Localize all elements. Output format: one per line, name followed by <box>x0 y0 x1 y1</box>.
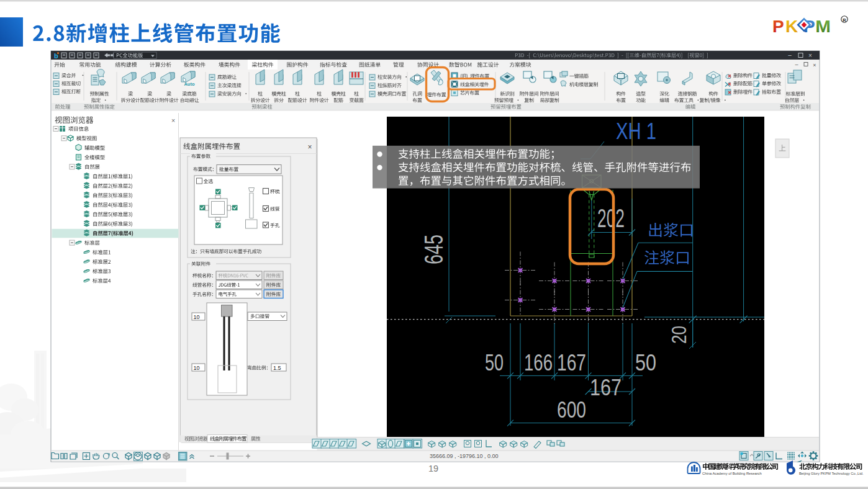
svg-text:China Academy of Building Rese: China Academy of Building Research <box>702 472 762 475</box>
svg-text:M: M <box>815 17 831 36</box>
svg-text:19: 19 <box>428 464 438 473</box>
svg-text:P: P <box>772 17 784 36</box>
svg-text:1.5: 1.5 <box>273 365 281 371</box>
svg-text:50: 50 <box>485 350 504 375</box>
svg-text:×: × <box>307 143 312 151</box>
svg-text:20: 20 <box>667 326 690 344</box>
svg-text:167: 167 <box>590 375 622 400</box>
svg-text:–: – <box>788 52 792 58</box>
svg-text:Beijing Glory PKPM Technology: Beijing Glory PKPM Technology Co.,Ltd. <box>799 472 864 475</box>
svg-text:×: × <box>813 62 816 68</box>
svg-text:XH 1: XH 1 <box>616 119 656 144</box>
svg-text:166: 166 <box>524 350 553 375</box>
svg-text:202: 202 <box>597 204 625 233</box>
svg-text:10: 10 <box>194 314 200 320</box>
svg-text:167: 167 <box>557 350 586 375</box>
svg-text:50: 50 <box>635 350 656 375</box>
svg-text:10: 10 <box>194 365 200 371</box>
svg-text:645: 645 <box>419 235 448 264</box>
svg-text:Auto: Auto <box>184 81 194 87</box>
svg-text:35666.09 , -19796.10 , 0.00: 35666.09 , -19796.10 , 0.00 <box>430 453 499 459</box>
svg-text:×: × <box>808 52 812 59</box>
svg-text:–: – <box>795 61 798 68</box>
svg-text:×: × <box>171 117 175 124</box>
svg-text:600: 600 <box>557 397 586 423</box>
svg-text:K: K <box>785 17 798 36</box>
svg-text:R: R <box>843 17 846 23</box>
